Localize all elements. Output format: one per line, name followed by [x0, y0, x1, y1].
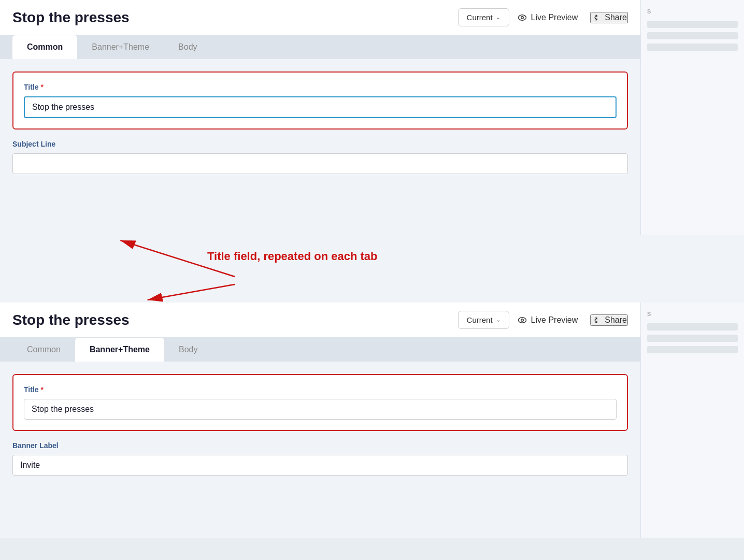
header-actions-1: Live Preview Share [518, 12, 628, 23]
live-preview-button-1[interactable]: Live Preview [518, 13, 578, 22]
page-title-1: Stop the presses [12, 9, 450, 26]
panel-1-content: Title * Subject Line [0, 59, 640, 235]
live-preview-button-2[interactable]: Live Preview [518, 315, 578, 325]
header-actions-2: Live Preview Share [518, 314, 628, 326]
tab-body-2[interactable]: Body [164, 338, 212, 362]
annotation-text: Title field, repeated on each tab [207, 250, 377, 263]
sidebar-1: S [640, 0, 744, 235]
panel-1-wrapper: Stop the presses Current ⌄ Live Preview [0, 0, 744, 235]
tab-banner-theme-2[interactable]: Banner+Theme [75, 338, 164, 362]
subject-section-1: Subject Line [12, 140, 628, 174]
panel-2-wrapper: Stop the presses Current ⌄ Live Preview [0, 303, 744, 538]
svg-point-1 [521, 16, 523, 19]
sidebar-item-b2 [647, 44, 738, 51]
share-button-1[interactable]: Share [590, 12, 628, 23]
banner-section-2: Banner Label [12, 441, 628, 476]
page-title-2: Stop the presses [12, 312, 450, 328]
title-label-1: Title * [24, 83, 617, 91]
title-label-2: Title * [24, 385, 617, 394]
sidebar-item-r [647, 21, 738, 28]
banner-label-2: Banner Label [12, 441, 628, 450]
subject-input-1[interactable] [12, 153, 628, 174]
panel-1: Stop the presses Current ⌄ Live Preview [0, 0, 744, 235]
annotation-area: Title field, repeated on each tab [0, 235, 744, 303]
tab-common-1[interactable]: Common [12, 35, 77, 59]
title-input-1[interactable] [24, 96, 617, 118]
panel-2: Stop the presses Current ⌄ Live Preview [0, 303, 744, 538]
svg-point-5 [518, 317, 526, 323]
panel-2-content: Title * Banner Label [0, 362, 640, 538]
tab-body-1[interactable]: Body [164, 35, 211, 59]
subject-label-1: Subject Line [12, 140, 628, 148]
banner-input-2[interactable] [12, 455, 628, 476]
title-section-1: Title * [12, 71, 628, 130]
required-star-1: * [41, 83, 44, 91]
annotation-arrows [0, 235, 744, 303]
svg-point-0 [518, 15, 526, 20]
eye-icon-2 [518, 315, 527, 325]
share-icon-2 [591, 315, 600, 325]
tabs-bar-1: Common Banner+Theme Body [0, 35, 640, 59]
svg-point-6 [521, 319, 523, 321]
tab-banner-theme-1[interactable]: Banner+Theme [77, 35, 164, 59]
svg-line-4 [148, 284, 235, 300]
tab-common-2[interactable]: Common [12, 338, 75, 362]
panel-1-main: Stop the presses Current ⌄ Live Preview [0, 0, 640, 235]
chevron-down-icon-2: ⌄ [496, 317, 500, 323]
sidebar-2-item-b1 [647, 335, 738, 342]
panel-2-main: Stop the presses Current ⌄ Live Preview [0, 303, 640, 538]
title-input-2[interactable] [24, 399, 617, 420]
sidebar-2-label-s: S [641, 303, 744, 319]
panel-1-header: Stop the presses Current ⌄ Live Preview [0, 0, 640, 35]
eye-icon-1 [518, 13, 527, 22]
title-section-2: Title * [12, 374, 628, 431]
share-button-2[interactable]: Share [590, 314, 628, 326]
sidebar-label-s: S [641, 0, 744, 17]
tabs-bar-2: Common Banner+Theme Body [0, 338, 640, 362]
sidebar-2: S [640, 303, 744, 538]
chevron-down-icon-1: ⌄ [496, 14, 500, 21]
version-dropdown-2[interactable]: Current ⌄ [458, 311, 509, 329]
required-star-2: * [41, 385, 44, 394]
version-dropdown-1[interactable]: Current ⌄ [458, 8, 509, 26]
share-icon-1 [591, 13, 600, 22]
sidebar-item-b1 [647, 32, 738, 39]
sidebar-2-item-r [647, 323, 738, 331]
panel-2-header: Stop the presses Current ⌄ Live Preview [0, 303, 640, 338]
sidebar-2-item-b2 [647, 346, 738, 353]
